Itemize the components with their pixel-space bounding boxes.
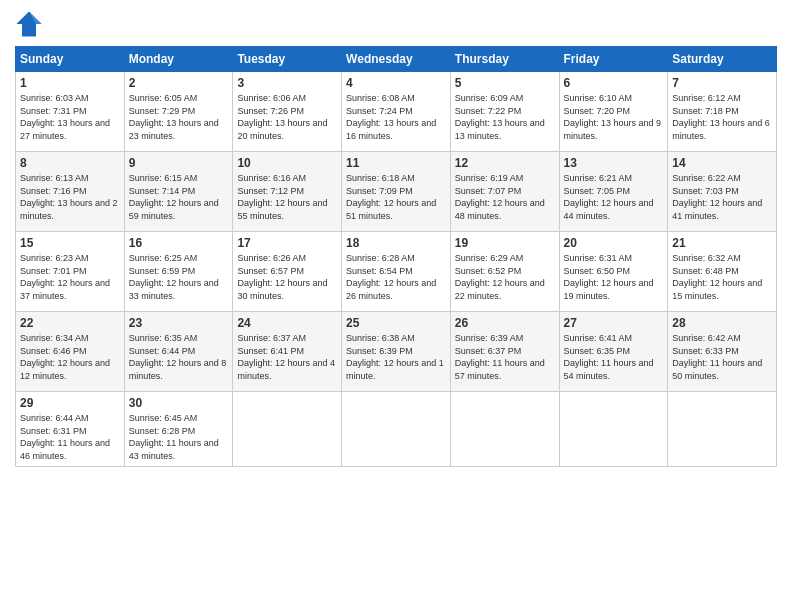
day-number: 28 — [672, 316, 772, 330]
day-number: 19 — [455, 236, 555, 250]
table-cell: 11Sunrise: 6:18 AMSunset: 7:09 PMDayligh… — [342, 152, 451, 232]
day-number: 30 — [129, 396, 229, 410]
logo — [15, 10, 47, 38]
table-cell: 25Sunrise: 6:38 AMSunset: 6:39 PMDayligh… — [342, 312, 451, 392]
table-cell: 23Sunrise: 6:35 AMSunset: 6:44 PMDayligh… — [124, 312, 233, 392]
day-number: 8 — [20, 156, 120, 170]
day-info: Sunrise: 6:08 AMSunset: 7:24 PMDaylight:… — [346, 92, 446, 142]
day-number: 25 — [346, 316, 446, 330]
day-number: 24 — [237, 316, 337, 330]
header-friday: Friday — [559, 47, 668, 72]
day-info: Sunrise: 6:15 AMSunset: 7:14 PMDaylight:… — [129, 172, 229, 222]
day-info: Sunrise: 6:32 AMSunset: 6:48 PMDaylight:… — [672, 252, 772, 302]
day-number: 22 — [20, 316, 120, 330]
day-number: 2 — [129, 76, 229, 90]
table-cell: 28Sunrise: 6:42 AMSunset: 6:33 PMDayligh… — [668, 312, 777, 392]
header-wednesday: Wednesday — [342, 47, 451, 72]
day-number: 11 — [346, 156, 446, 170]
day-info: Sunrise: 6:13 AMSunset: 7:16 PMDaylight:… — [20, 172, 120, 222]
day-info: Sunrise: 6:28 AMSunset: 6:54 PMDaylight:… — [346, 252, 446, 302]
day-number: 17 — [237, 236, 337, 250]
table-cell: 6Sunrise: 6:10 AMSunset: 7:20 PMDaylight… — [559, 72, 668, 152]
header-tuesday: Tuesday — [233, 47, 342, 72]
day-number: 14 — [672, 156, 772, 170]
day-info: Sunrise: 6:10 AMSunset: 7:20 PMDaylight:… — [564, 92, 664, 142]
day-number: 23 — [129, 316, 229, 330]
table-cell — [342, 392, 451, 467]
day-number: 5 — [455, 76, 555, 90]
day-info: Sunrise: 6:38 AMSunset: 6:39 PMDaylight:… — [346, 332, 446, 382]
table-cell — [668, 392, 777, 467]
weekday-header-row: Sunday Monday Tuesday Wednesday Thursday… — [16, 47, 777, 72]
day-number: 3 — [237, 76, 337, 90]
table-cell: 20Sunrise: 6:31 AMSunset: 6:50 PMDayligh… — [559, 232, 668, 312]
table-cell: 10Sunrise: 6:16 AMSunset: 7:12 PMDayligh… — [233, 152, 342, 232]
day-info: Sunrise: 6:25 AMSunset: 6:59 PMDaylight:… — [129, 252, 229, 302]
table-cell: 7Sunrise: 6:12 AMSunset: 7:18 PMDaylight… — [668, 72, 777, 152]
header-saturday: Saturday — [668, 47, 777, 72]
day-number: 16 — [129, 236, 229, 250]
day-info: Sunrise: 6:09 AMSunset: 7:22 PMDaylight:… — [455, 92, 555, 142]
table-cell: 22Sunrise: 6:34 AMSunset: 6:46 PMDayligh… — [16, 312, 125, 392]
logo-icon — [15, 10, 43, 38]
table-cell: 2Sunrise: 6:05 AMSunset: 7:29 PMDaylight… — [124, 72, 233, 152]
table-cell: 30Sunrise: 6:45 AMSunset: 6:28 PMDayligh… — [124, 392, 233, 467]
day-info: Sunrise: 6:41 AMSunset: 6:35 PMDaylight:… — [564, 332, 664, 382]
table-cell — [233, 392, 342, 467]
day-info: Sunrise: 6:31 AMSunset: 6:50 PMDaylight:… — [564, 252, 664, 302]
day-number: 4 — [346, 76, 446, 90]
day-info: Sunrise: 6:45 AMSunset: 6:28 PMDaylight:… — [129, 412, 229, 462]
table-cell: 18Sunrise: 6:28 AMSunset: 6:54 PMDayligh… — [342, 232, 451, 312]
day-number: 15 — [20, 236, 120, 250]
day-info: Sunrise: 6:16 AMSunset: 7:12 PMDaylight:… — [237, 172, 337, 222]
calendar-table: Sunday Monday Tuesday Wednesday Thursday… — [15, 46, 777, 467]
table-cell: 24Sunrise: 6:37 AMSunset: 6:41 PMDayligh… — [233, 312, 342, 392]
table-cell: 19Sunrise: 6:29 AMSunset: 6:52 PMDayligh… — [450, 232, 559, 312]
table-cell: 27Sunrise: 6:41 AMSunset: 6:35 PMDayligh… — [559, 312, 668, 392]
day-info: Sunrise: 6:23 AMSunset: 7:01 PMDaylight:… — [20, 252, 120, 302]
table-cell: 26Sunrise: 6:39 AMSunset: 6:37 PMDayligh… — [450, 312, 559, 392]
table-cell: 9Sunrise: 6:15 AMSunset: 7:14 PMDaylight… — [124, 152, 233, 232]
header-monday: Monday — [124, 47, 233, 72]
day-number: 20 — [564, 236, 664, 250]
table-cell: 12Sunrise: 6:19 AMSunset: 7:07 PMDayligh… — [450, 152, 559, 232]
page-container: Sunday Monday Tuesday Wednesday Thursday… — [0, 0, 792, 477]
header-thursday: Thursday — [450, 47, 559, 72]
day-number: 1 — [20, 76, 120, 90]
day-info: Sunrise: 6:29 AMSunset: 6:52 PMDaylight:… — [455, 252, 555, 302]
day-number: 27 — [564, 316, 664, 330]
table-cell: 15Sunrise: 6:23 AMSunset: 7:01 PMDayligh… — [16, 232, 125, 312]
day-info: Sunrise: 6:21 AMSunset: 7:05 PMDaylight:… — [564, 172, 664, 222]
day-number: 7 — [672, 76, 772, 90]
table-cell: 17Sunrise: 6:26 AMSunset: 6:57 PMDayligh… — [233, 232, 342, 312]
table-cell: 13Sunrise: 6:21 AMSunset: 7:05 PMDayligh… — [559, 152, 668, 232]
day-info: Sunrise: 6:12 AMSunset: 7:18 PMDaylight:… — [672, 92, 772, 142]
day-info: Sunrise: 6:03 AMSunset: 7:31 PMDaylight:… — [20, 92, 120, 142]
table-cell: 21Sunrise: 6:32 AMSunset: 6:48 PMDayligh… — [668, 232, 777, 312]
day-info: Sunrise: 6:26 AMSunset: 6:57 PMDaylight:… — [237, 252, 337, 302]
table-cell: 14Sunrise: 6:22 AMSunset: 7:03 PMDayligh… — [668, 152, 777, 232]
table-cell: 3Sunrise: 6:06 AMSunset: 7:26 PMDaylight… — [233, 72, 342, 152]
day-number: 12 — [455, 156, 555, 170]
day-number: 10 — [237, 156, 337, 170]
table-cell: 5Sunrise: 6:09 AMSunset: 7:22 PMDaylight… — [450, 72, 559, 152]
day-info: Sunrise: 6:44 AMSunset: 6:31 PMDaylight:… — [20, 412, 120, 462]
day-number: 29 — [20, 396, 120, 410]
day-info: Sunrise: 6:22 AMSunset: 7:03 PMDaylight:… — [672, 172, 772, 222]
day-info: Sunrise: 6:42 AMSunset: 6:33 PMDaylight:… — [672, 332, 772, 382]
day-info: Sunrise: 6:35 AMSunset: 6:44 PMDaylight:… — [129, 332, 229, 382]
day-number: 26 — [455, 316, 555, 330]
day-info: Sunrise: 6:06 AMSunset: 7:26 PMDaylight:… — [237, 92, 337, 142]
day-info: Sunrise: 6:19 AMSunset: 7:07 PMDaylight:… — [455, 172, 555, 222]
table-cell — [450, 392, 559, 467]
day-info: Sunrise: 6:05 AMSunset: 7:29 PMDaylight:… — [129, 92, 229, 142]
day-number: 9 — [129, 156, 229, 170]
page-header — [15, 10, 777, 38]
table-cell: 29Sunrise: 6:44 AMSunset: 6:31 PMDayligh… — [16, 392, 125, 467]
day-number: 21 — [672, 236, 772, 250]
day-number: 13 — [564, 156, 664, 170]
day-number: 6 — [564, 76, 664, 90]
table-cell: 8Sunrise: 6:13 AMSunset: 7:16 PMDaylight… — [16, 152, 125, 232]
day-info: Sunrise: 6:39 AMSunset: 6:37 PMDaylight:… — [455, 332, 555, 382]
day-info: Sunrise: 6:37 AMSunset: 6:41 PMDaylight:… — [237, 332, 337, 382]
